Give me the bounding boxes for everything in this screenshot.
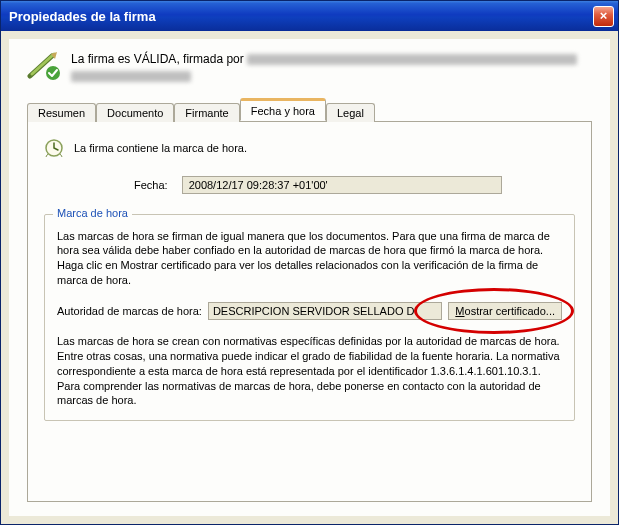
groupbox-title: Marca de hora — [53, 207, 132, 219]
panel-intro-row: La firma contiene la marca de hora. — [44, 138, 575, 158]
signer-redacted-2: xxxxxxxxxxxxxx — [71, 71, 191, 82]
dialog-content: La firma es VÁLIDA, firmada por xxxxxxxx… — [9, 39, 610, 516]
signature-summary: La firma es VÁLIDA, firmada por xxxxxxxx… — [27, 51, 592, 88]
authority-field — [208, 302, 442, 320]
titlebar: Propiedades de la firma × — [1, 1, 618, 31]
timestamp-explain-1: Las marcas de hora se firman de igual ma… — [57, 229, 562, 288]
tab-resumen[interactable]: Resumen — [27, 103, 96, 122]
signature-summary-text: La firma es VÁLIDA, firmada por xxxxxxxx… — [71, 51, 592, 88]
signature-valid-icon — [27, 51, 61, 81]
close-button[interactable]: × — [593, 6, 614, 27]
groupbox-marca-de-hora: Marca de hora Las marcas de hora se firm… — [44, 214, 575, 422]
tab-firmante[interactable]: Firmante — [174, 103, 239, 122]
tab-documento[interactable]: Documento — [96, 103, 174, 122]
close-icon: × — [600, 8, 608, 23]
tabpanel-fecha: La firma contiene la marca de hora. Fech… — [27, 122, 592, 502]
timestamp-explain-2: Las marcas de hora se crean con normativ… — [57, 334, 562, 408]
show-cert-label-rest: ostrar certificado... — [465, 305, 555, 317]
tab-bar: Resumen Documento Firmante Fecha y hora … — [27, 100, 592, 122]
clock-icon — [44, 138, 64, 158]
tab-legal[interactable]: Legal — [326, 103, 375, 122]
show-certificate-button[interactable]: Mostrar certificado... — [448, 302, 562, 320]
date-row: Fecha: — [134, 176, 575, 194]
dialog-window: Propiedades de la firma × La firma es VÁ… — [0, 0, 619, 525]
authority-row: Autoridad de marcas de hora: Mostrar cer… — [57, 302, 562, 320]
panel-intro-text: La firma contiene la marca de hora. — [74, 142, 247, 154]
tab-fecha-y-hora[interactable]: Fecha y hora — [240, 98, 326, 121]
summary-prefix: La firma es VÁLIDA, firmada por — [71, 52, 247, 66]
signer-redacted: xxxxxxxxxxxxxxxxxxxxxxxxxxxxxxxxxxxxxxxx… — [247, 54, 577, 65]
window-title: Propiedades de la firma — [9, 9, 156, 24]
date-label: Fecha: — [134, 179, 168, 191]
date-field — [182, 176, 502, 194]
authority-label: Autoridad de marcas de hora: — [57, 305, 202, 317]
